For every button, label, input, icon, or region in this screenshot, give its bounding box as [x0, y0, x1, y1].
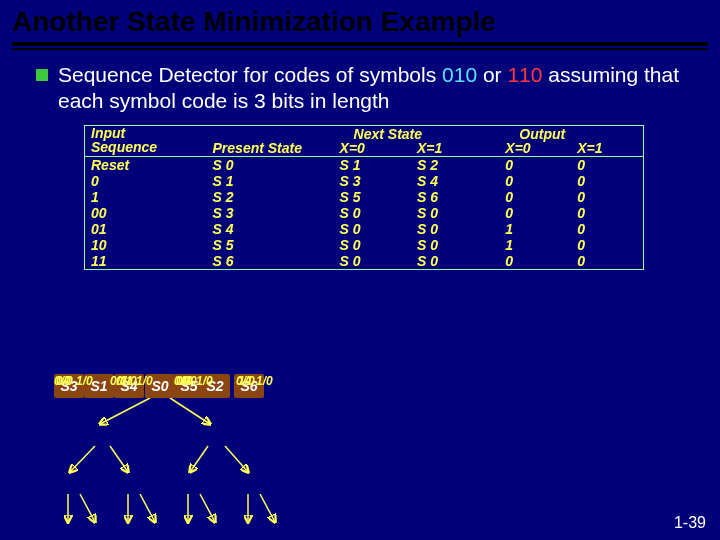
cell: S 0	[411, 253, 499, 269]
diagram-edges	[40, 374, 360, 534]
code-110: 110	[507, 63, 542, 86]
cell: S 0	[411, 205, 499, 221]
cell: 1	[85, 189, 207, 205]
page-number: 1-39	[674, 514, 706, 532]
table-row: 11S 6S 0S 000	[85, 253, 643, 269]
cell: S 0	[334, 253, 411, 269]
th-o-x1: X=1	[571, 126, 643, 157]
cell: 0	[571, 205, 643, 221]
cell: S 0	[207, 156, 334, 173]
cell: 0	[571, 237, 643, 253]
cell: S 6	[207, 253, 334, 269]
edge-s4-a: 1/0	[136, 374, 153, 388]
bullet-1: Sequence Detector for codes of symbols 0…	[36, 62, 698, 115]
edge-s4-b: 0/1	[116, 374, 133, 388]
cell: S 5	[334, 189, 411, 205]
cell: S 2	[411, 156, 499, 173]
svg-line-0	[100, 398, 150, 424]
edge-s6-a: 1/0	[256, 374, 273, 388]
th-ns-x1: X=1	[411, 126, 499, 157]
cell: 0	[499, 205, 571, 221]
cell: 0	[499, 156, 571, 173]
edge-s6-b: 0/1	[236, 374, 253, 388]
table-row: 1S 2S 5S 600	[85, 189, 643, 205]
svg-line-4	[190, 446, 208, 472]
svg-line-5	[225, 446, 248, 472]
cell: 0	[571, 221, 643, 237]
cell: 0	[499, 189, 571, 205]
bullet-pre: Sequence Detector for codes of symbols	[58, 63, 442, 86]
table-header-row: Input Sequence Present State Next State …	[85, 126, 643, 157]
edge-s5-b: 0/0	[176, 374, 193, 388]
state-diagram: S0 S1 S2 S3 S4 S5 S6 0/0 1/0 0/0 1/0 0/0…	[40, 374, 360, 534]
th-input-label: Input Sequence	[91, 126, 157, 155]
cell: S 0	[334, 205, 411, 221]
table-row: 00S 3S 0S 000	[85, 205, 643, 221]
cell: S 3	[207, 205, 334, 221]
cell: S 1	[207, 173, 334, 189]
cell: S 4	[411, 173, 499, 189]
cell: S 5	[207, 237, 334, 253]
cell: S 0	[334, 237, 411, 253]
bullet-text: Sequence Detector for codes of symbols 0…	[58, 62, 698, 115]
th-output-label: Output	[519, 126, 565, 142]
cell: 1	[499, 221, 571, 237]
edge-s5-a: 1/0	[196, 374, 213, 388]
cell: Reset	[85, 156, 207, 173]
svg-line-3	[110, 446, 128, 472]
cell: 10	[85, 237, 207, 253]
cell: 0	[571, 189, 643, 205]
bullet-mid: or	[483, 63, 508, 86]
code-010: 010	[442, 63, 477, 86]
cell: 0	[499, 173, 571, 189]
cell: 0	[499, 253, 571, 269]
page-title: Another State Minimization Example	[0, 0, 720, 40]
th-ns-x0-label: X=0	[340, 140, 365, 156]
cell: 0	[85, 173, 207, 189]
th-o-x0-label: X=0	[505, 140, 530, 156]
cell: S 1	[334, 156, 411, 173]
cell: S 0	[334, 221, 411, 237]
cell: 0	[571, 173, 643, 189]
edge-s3-b: 0/0	[56, 374, 73, 388]
svg-line-2	[70, 446, 95, 472]
cell: 0	[571, 253, 643, 269]
th-ns-x0: Next State X=0	[334, 126, 411, 157]
th-input: Input Sequence	[85, 126, 207, 157]
cell: 0	[571, 156, 643, 173]
edge-s3-a: 1/0	[76, 374, 93, 388]
th-nextstate-label: Next State	[354, 126, 422, 142]
bullet-icon	[36, 69, 48, 81]
cell: 11	[85, 253, 207, 269]
svg-line-11	[200, 494, 215, 522]
cell: 00	[85, 205, 207, 221]
cell: S 3	[334, 173, 411, 189]
svg-line-9	[140, 494, 155, 522]
table-row: 01S 4S 0S 010	[85, 221, 643, 237]
cell: S 2	[207, 189, 334, 205]
svg-line-7	[80, 494, 95, 522]
svg-line-1	[170, 398, 210, 424]
svg-line-13	[260, 494, 275, 522]
table-row: 10S 5S 0S 010	[85, 237, 643, 253]
th-o-x0: Output X=0	[499, 126, 571, 157]
cell: S 0	[411, 237, 499, 253]
table-row: ResetS 0S 1S 200	[85, 156, 643, 173]
state-table: Input Sequence Present State Next State …	[84, 125, 644, 270]
cell: 01	[85, 221, 207, 237]
title-underline	[12, 42, 708, 50]
th-present: Present State	[207, 126, 334, 157]
cell: S 0	[411, 221, 499, 237]
cell: S 6	[411, 189, 499, 205]
cell: S 4	[207, 221, 334, 237]
cell: 1	[499, 237, 571, 253]
table-row: 0S 1S 3S 400	[85, 173, 643, 189]
